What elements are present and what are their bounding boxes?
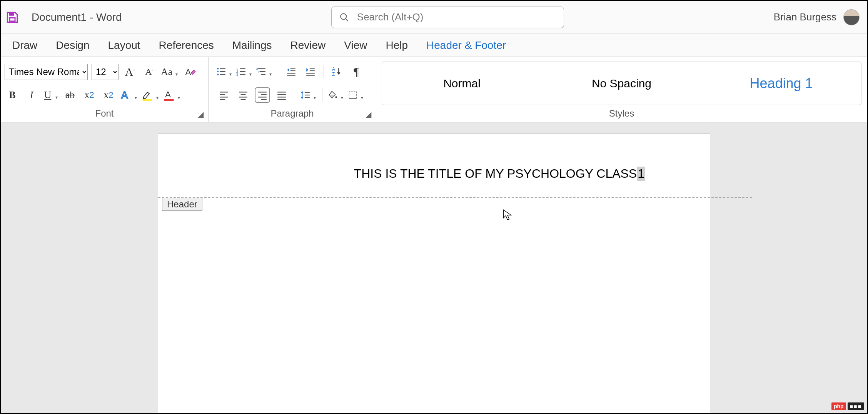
- borders-button[interactable]: [348, 87, 364, 103]
- header-region-label: Header: [162, 198, 202, 211]
- decrease-indent-button[interactable]: [284, 64, 299, 79]
- ribbon-group-styles: Normal No Spacing Heading 1 Styles: [376, 57, 867, 122]
- tab-view[interactable]: View: [344, 39, 367, 52]
- grow-font-button[interactable]: Aˆ: [122, 64, 138, 80]
- highlight-button[interactable]: [142, 87, 159, 103]
- bullets-icon: [216, 67, 226, 77]
- shrink-font-button[interactable]: Aˇ: [142, 64, 157, 80]
- svg-point-2: [341, 13, 346, 19]
- shading-icon: [328, 90, 338, 100]
- user-name: Brian Burgess: [774, 11, 836, 23]
- superscript-button[interactable]: x2: [101, 87, 116, 103]
- search-box[interactable]: [331, 7, 564, 28]
- document-area: THIS IS THE TITLE OF MY PSYCHOLOGY CLASS…: [1, 122, 867, 413]
- watermark: php ■■■: [831, 402, 864, 410]
- tab-header-footer[interactable]: Header & Footer: [426, 39, 506, 52]
- title-bar: Document1 - Word Brian Burgess: [1, 1, 867, 34]
- svg-point-9: [217, 68, 219, 70]
- align-left-icon: [219, 90, 229, 100]
- align-center-icon: [238, 90, 248, 100]
- font-color-icon: A: [163, 89, 175, 101]
- document-page[interactable]: THIS IS THE TITLE OF MY PSYCHOLOGY CLASS…: [158, 133, 710, 413]
- underline-button[interactable]: U: [43, 87, 58, 103]
- line-spacing-button[interactable]: [300, 87, 317, 103]
- svg-rect-0: [9, 12, 14, 16]
- document-title: Document1 - Word: [32, 11, 122, 23]
- tab-mailings[interactable]: Mailings: [232, 39, 272, 52]
- font-name-select[interactable]: Times New Roman: [5, 64, 88, 80]
- justify-button[interactable]: [274, 87, 289, 103]
- text-effects-icon: A: [120, 89, 132, 101]
- paragraph-group-label: Paragraph ◢: [210, 107, 374, 120]
- font-dialog-launcher[interactable]: ◢: [198, 110, 204, 119]
- tab-layout[interactable]: Layout: [108, 39, 140, 52]
- tab-design[interactable]: Design: [56, 39, 89, 52]
- ribbon-group-font: Times New Roman 12 Aˆ Aˇ Aa A B I U ab x…: [1, 57, 209, 122]
- line-spacing-icon: [300, 90, 310, 100]
- align-center-button[interactable]: [235, 87, 251, 103]
- bullets-button[interactable]: [216, 64, 232, 79]
- svg-point-11: [217, 71, 219, 72]
- increase-indent-button[interactable]: [303, 64, 318, 79]
- styles-gallery[interactable]: Normal No Spacing Heading 1: [382, 62, 861, 105]
- text-effects-button[interactable]: A: [120, 87, 138, 103]
- numbering-icon: 123: [236, 67, 246, 77]
- clear-formatting-button[interactable]: A: [182, 64, 198, 80]
- header-title-text: THIS IS THE TITLE OF MY PSYCHOLOGY CLASS: [354, 167, 637, 181]
- svg-line-3: [346, 18, 348, 21]
- subscript-button[interactable]: x2: [82, 87, 97, 103]
- search-icon: [339, 12, 349, 23]
- svg-text:Z: Z: [332, 72, 335, 77]
- clear-formatting-icon: A: [184, 66, 196, 78]
- watermark-right: ■■■: [848, 402, 864, 410]
- align-left-button[interactable]: [216, 87, 232, 103]
- svg-point-55: [336, 96, 337, 98]
- highlight-icon: [142, 89, 153, 101]
- svg-text:A: A: [165, 90, 171, 100]
- style-no-spacing[interactable]: No Spacing: [542, 69, 701, 98]
- decrease-indent-icon: [286, 67, 296, 77]
- svg-rect-6: [143, 99, 152, 101]
- font-group-label: Font ◢: [2, 107, 207, 120]
- sort-button[interactable]: AZ: [329, 64, 345, 79]
- bold-button[interactable]: B: [5, 87, 20, 103]
- tab-draw[interactable]: Draw: [12, 39, 37, 52]
- shading-button[interactable]: [328, 87, 344, 103]
- italic-button[interactable]: I: [24, 87, 39, 103]
- save-button[interactable]: [5, 10, 20, 25]
- header-content[interactable]: THIS IS THE TITLE OF MY PSYCHOLOGY CLASS…: [354, 167, 645, 181]
- change-case-button[interactable]: Aa: [161, 64, 179, 80]
- svg-rect-56: [349, 91, 357, 99]
- search-input[interactable]: [357, 11, 556, 23]
- page-number-field[interactable]: 1: [637, 167, 645, 181]
- tab-review[interactable]: Review: [290, 39, 326, 52]
- svg-text:i: i: [258, 70, 259, 74]
- sort-icon: AZ: [332, 67, 342, 77]
- styles-group-label: Styles: [378, 107, 865, 120]
- svg-rect-8: [164, 99, 174, 101]
- svg-text:3: 3: [236, 73, 238, 77]
- style-normal[interactable]: Normal: [382, 69, 542, 98]
- justify-icon: [277, 90, 287, 100]
- font-size-select[interactable]: 12: [92, 64, 119, 80]
- align-right-button[interactable]: [255, 87, 270, 103]
- borders-icon: [348, 90, 358, 100]
- user-avatar[interactable]: [843, 9, 860, 25]
- paragraph-dialog-launcher[interactable]: ◢: [366, 110, 371, 119]
- svg-rect-1: [10, 18, 15, 21]
- font-color-button[interactable]: A: [163, 87, 181, 103]
- align-right-icon: [257, 90, 267, 100]
- ribbon-group-paragraph: 123 ai AZ ¶: [209, 57, 376, 122]
- style-heading-1[interactable]: Heading 1: [701, 68, 861, 99]
- strikethrough-button[interactable]: ab: [62, 87, 78, 103]
- tab-references[interactable]: References: [159, 39, 214, 52]
- numbering-button[interactable]: 123: [236, 64, 252, 79]
- tab-help[interactable]: Help: [386, 39, 408, 52]
- svg-text:A: A: [185, 67, 191, 77]
- header-boundary: [158, 197, 752, 198]
- user-area[interactable]: Brian Burgess: [774, 9, 863, 25]
- multilevel-icon: ai: [256, 67, 266, 77]
- increase-indent-icon: [305, 67, 315, 77]
- multilevel-list-button[interactable]: ai: [256, 64, 272, 79]
- show-marks-button[interactable]: ¶: [349, 64, 364, 79]
